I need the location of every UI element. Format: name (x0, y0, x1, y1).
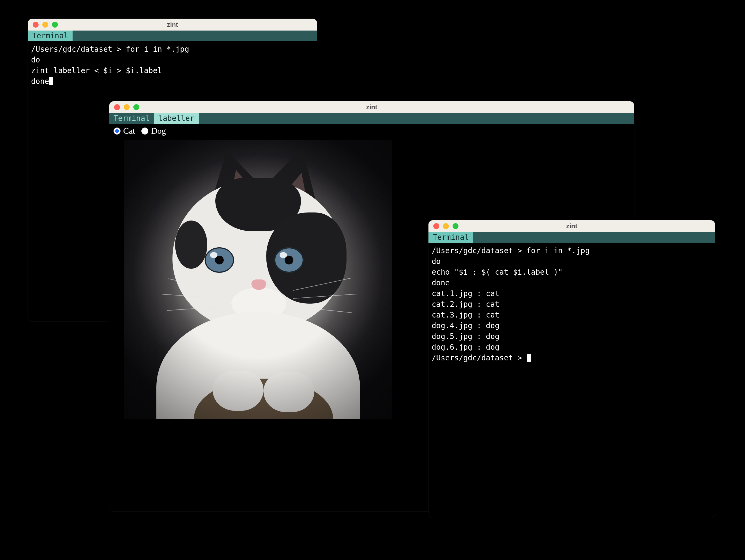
terminal-line: zint labeller < $i > $i.label (31, 66, 162, 75)
terminal-line: done (31, 77, 49, 86)
terminal-line: cat.3.jpg : cat (432, 311, 499, 319)
terminal-line: done (432, 278, 450, 287)
terminal-line: /Users/gdc/dataset > (432, 353, 526, 362)
close-icon[interactable] (114, 104, 120, 110)
traffic-lights (114, 104, 139, 110)
tab-terminal[interactable]: Terminal (109, 113, 154, 124)
sample-image (124, 140, 392, 419)
terminal-line: dog.5.jpg : dog (432, 332, 499, 341)
titlebar[interactable]: zint (109, 101, 634, 113)
tab-labeller[interactable]: labeller (154, 113, 199, 124)
terminal-line: echo "$i : $( cat $i.label )" (432, 268, 563, 277)
tab-terminal[interactable]: Terminal (428, 232, 473, 243)
terminal-content[interactable]: /Users/gdc/dataset > for i in *.jpg do z… (28, 41, 317, 90)
terminal-line: /Users/gdc/dataset > for i in *.jpg (31, 45, 189, 54)
radio-cat[interactable] (114, 128, 121, 134)
zoom-icon[interactable] (133, 104, 139, 110)
radio-cat-label: Cat (123, 126, 135, 136)
terminal-content[interactable]: /Users/gdc/dataset > for i in *.jpg do e… (428, 243, 715, 367)
minimize-icon[interactable] (42, 22, 48, 28)
minimize-icon[interactable] (443, 223, 449, 229)
tab-bar: Terminal (428, 232, 715, 243)
radio-dog[interactable] (141, 128, 148, 134)
zoom-icon[interactable] (453, 223, 458, 229)
titlebar[interactable]: zint (428, 220, 715, 232)
terminal-line: /Users/gdc/dataset > for i in *.jpg (432, 246, 590, 255)
terminal-line: dog.6.jpg : dog (432, 343, 499, 351)
window-terminal-output[interactable]: zint Terminal /Users/gdc/dataset > for i… (428, 220, 715, 518)
window-title: zint (109, 103, 634, 111)
window-title: zint (428, 222, 715, 230)
tab-terminal[interactable]: Terminal (28, 31, 72, 41)
terminal-line: cat.2.jpg : cat (432, 300, 499, 309)
terminal-line: do (432, 257, 441, 266)
close-icon[interactable] (33, 22, 38, 28)
label-radio-group: Cat Dog (114, 126, 631, 136)
terminal-line: dog.4.jpg : dog (432, 321, 499, 330)
window-title: zint (28, 21, 317, 28)
minimize-icon[interactable] (124, 104, 130, 110)
titlebar[interactable]: zint (28, 19, 317, 31)
cursor-icon (49, 77, 53, 85)
traffic-lights (433, 223, 458, 229)
close-icon[interactable] (433, 223, 439, 229)
tab-bar: Terminal labeller (109, 113, 634, 124)
terminal-line: do (31, 56, 40, 64)
cursor-icon (527, 354, 531, 362)
terminal-line: cat.1.jpg : cat (432, 289, 499, 298)
tab-bar: Terminal (28, 31, 317, 41)
traffic-lights (33, 22, 58, 28)
zoom-icon[interactable] (52, 22, 58, 28)
radio-dog-label: Dog (151, 126, 166, 136)
